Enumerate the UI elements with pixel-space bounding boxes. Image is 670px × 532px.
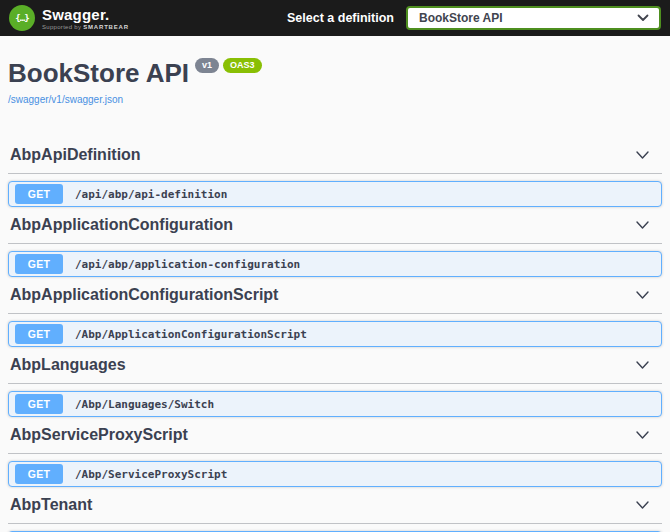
operation-row[interactable]: GET /Abp/ApplicationConfigurationScript <box>8 321 662 347</box>
definition-select[interactable]: BookStore API <box>406 6 661 30</box>
title-badges: v1 OAS3 <box>195 58 262 73</box>
api-tag-section-abpapplicationconfigurationscript: AbpApplicationConfigurationScript GET /A… <box>8 277 662 347</box>
page-title: BookStore API v1 OAS3 <box>8 57 662 89</box>
get-method-badge: GET <box>15 464 63 484</box>
definition-select-value: BookStore API <box>419 11 503 25</box>
operation-path: /api/abp/application-configuration <box>75 258 300 271</box>
chevron-down-icon[interactable] <box>632 287 652 303</box>
operation-row[interactable]: GET /api/abp/application-configuration <box>8 251 662 277</box>
get-method-badge: GET <box>15 254 63 274</box>
api-tag-section-abpserviceproxyscript: AbpServiceProxyScript GET /Abp/ServicePr… <box>8 417 662 487</box>
brand-subtitle: Supported by SMARTBEAR <box>42 24 129 30</box>
get-method-badge: GET <box>15 184 63 204</box>
api-tag-title: AbpLanguages <box>10 357 126 373</box>
api-tag-title: AbpApplicationConfigurationScript <box>10 287 278 303</box>
chevron-down-icon[interactable] <box>632 497 652 513</box>
definition-picker: Select a definition BookStore API <box>287 6 661 30</box>
brand-name: Swagger. <box>42 7 129 22</box>
api-tag-header[interactable]: AbpApplicationConfigurationScript <box>8 277 662 314</box>
swagger-wordmark: Swagger. Supported by SMARTBEAR <box>42 7 129 30</box>
swagger-logo: {…} Swagger. Supported by SMARTBEAR <box>9 5 129 31</box>
api-tag-section-abptenant: AbpTenant GET /api/abp/multi-tenancy/fin… <box>8 487 662 532</box>
select-definition-label: Select a definition <box>287 11 394 25</box>
get-method-badge: GET <box>15 394 63 414</box>
swagger-ui-content: BookStore API v1 OAS3 /swagger/v1/swagge… <box>0 36 670 532</box>
chevron-down-icon[interactable] <box>632 147 652 163</box>
operation-row[interactable]: GET /api/abp/api-definition <box>8 181 662 207</box>
operation-row[interactable]: GET /Abp/ServiceProxyScript <box>8 461 662 487</box>
chevron-down-icon[interactable] <box>632 357 652 373</box>
operation-row[interactable]: GET /Abp/Languages/Switch <box>8 391 662 417</box>
api-tag-title: AbpApiDefinition <box>10 147 141 163</box>
operation-path: /Abp/ServiceProxyScript <box>75 468 227 481</box>
api-tag-section-abpapplicationconfiguration: AbpApplicationConfiguration GET /api/abp… <box>8 207 662 277</box>
api-tag-section-abplanguages: AbpLanguages GET /Abp/Languages/Switch <box>8 347 662 417</box>
operation-path: /Abp/Languages/Switch <box>75 398 214 411</box>
swagger-logo-icon: {…} <box>9 5 35 31</box>
api-tag-header[interactable]: AbpApiDefinition <box>8 137 662 174</box>
get-method-badge: GET <box>15 324 63 344</box>
api-info: BookStore API v1 OAS3 /swagger/v1/swagge… <box>8 36 662 107</box>
spec-url-link[interactable]: /swagger/v1/swagger.json <box>8 94 123 105</box>
chevron-down-icon[interactable] <box>632 217 652 233</box>
api-title-text: BookStore API <box>8 57 189 89</box>
api-tag-title: AbpApplicationConfiguration <box>10 217 233 233</box>
topbar: {…} Swagger. Supported by SMARTBEAR Sele… <box>0 0 670 36</box>
chevron-down-icon <box>637 14 649 22</box>
chevron-down-icon[interactable] <box>632 427 652 443</box>
api-tag-section-abpapidefinition: AbpApiDefinition GET /api/abp/api-defini… <box>8 137 662 207</box>
api-tag-header[interactable]: AbpLanguages <box>8 347 662 384</box>
operation-path: /api/abp/api-definition <box>75 188 227 201</box>
api-tag-header[interactable]: AbpServiceProxyScript <box>8 417 662 454</box>
oas3-badge: OAS3 <box>223 58 262 73</box>
operation-path: /Abp/ApplicationConfigurationScript <box>75 328 307 341</box>
smartbear-label: SMARTBEAR <box>83 24 129 30</box>
api-tag-title: AbpTenant <box>10 497 92 513</box>
supported-by-label: Supported by <box>42 24 81 30</box>
version-badge: v1 <box>195 58 219 73</box>
tag-sections: AbpApiDefinition GET /api/abp/api-defini… <box>8 137 662 532</box>
api-tag-header[interactable]: AbpTenant <box>8 487 662 524</box>
api-tag-title: AbpServiceProxyScript <box>10 427 188 443</box>
api-tag-header[interactable]: AbpApplicationConfiguration <box>8 207 662 244</box>
